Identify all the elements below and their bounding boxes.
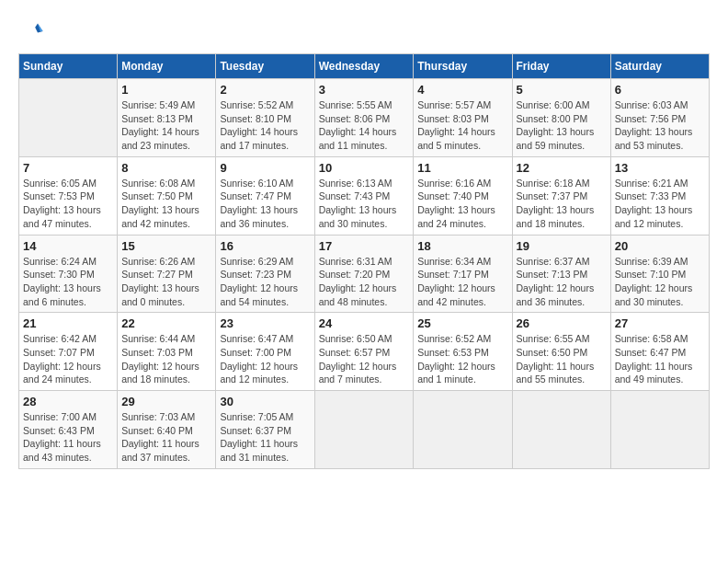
- day-number: 10: [319, 161, 410, 175]
- logo: [18, 18, 48, 44]
- day-number: 23: [220, 316, 310, 330]
- day-info: Sunrise: 5:57 AM Sunset: 8:03 PM Dayligh…: [417, 98, 507, 153]
- day-info: Sunrise: 6:31 AM Sunset: 7:20 PM Dayligh…: [319, 255, 410, 309]
- page-header: [18, 18, 710, 44]
- calendar-cell: 10Sunrise: 6:13 AM Sunset: 7:43 PM Dayli…: [314, 156, 414, 235]
- day-info: Sunrise: 6:47 AM Sunset: 7:00 PM Dayligh…: [220, 332, 310, 386]
- day-info: Sunrise: 5:55 AM Sunset: 8:06 PM Dayligh…: [319, 98, 410, 153]
- day-info: Sunrise: 6:16 AM Sunset: 7:40 PM Dayligh…: [417, 177, 507, 231]
- day-info: Sunrise: 6:34 AM Sunset: 7:17 PM Dayligh…: [417, 255, 507, 309]
- day-number: 30: [220, 395, 310, 408]
- day-number: 25: [417, 316, 507, 330]
- day-number: 18: [417, 239, 507, 253]
- calendar-cell: 13Sunrise: 6:21 AM Sunset: 7:33 PM Dayli…: [610, 156, 709, 235]
- day-info: Sunrise: 6:05 AM Sunset: 7:53 PM Dayligh…: [23, 177, 113, 231]
- calendar-cell: 28Sunrise: 7:00 AM Sunset: 6:43 PM Dayli…: [19, 391, 118, 469]
- calendar-week-row: 21Sunrise: 6:42 AM Sunset: 7:07 PM Dayli…: [19, 313, 710, 391]
- day-info: Sunrise: 6:26 AM Sunset: 7:27 PM Dayligh…: [121, 255, 211, 309]
- calendar-cell: 25Sunrise: 6:52 AM Sunset: 6:53 PM Dayli…: [414, 313, 512, 391]
- day-info: Sunrise: 6:58 AM Sunset: 6:47 PM Dayligh…: [615, 332, 705, 386]
- calendar-cell: 14Sunrise: 6:24 AM Sunset: 7:30 PM Dayli…: [19, 235, 118, 313]
- weekday-header-saturday: Saturday: [610, 54, 709, 79]
- calendar-cell: 15Sunrise: 6:26 AM Sunset: 7:27 PM Dayli…: [118, 235, 216, 313]
- calendar-cell: 11Sunrise: 6:16 AM Sunset: 7:40 PM Dayli…: [414, 156, 512, 235]
- day-info: Sunrise: 6:08 AM Sunset: 7:50 PM Dayligh…: [121, 177, 211, 231]
- calendar-cell: 4Sunrise: 5:57 AM Sunset: 8:03 PM Daylig…: [414, 79, 512, 157]
- calendar-cell: 22Sunrise: 6:44 AM Sunset: 7:03 PM Dayli…: [118, 313, 216, 391]
- day-number: 21: [23, 316, 113, 330]
- day-number: 3: [319, 83, 410, 97]
- weekday-header-tuesday: Tuesday: [216, 54, 314, 79]
- calendar-cell: 18Sunrise: 6:34 AM Sunset: 7:17 PM Dayli…: [414, 235, 512, 313]
- calendar-cell: 17Sunrise: 6:31 AM Sunset: 7:20 PM Dayli…: [314, 235, 414, 313]
- weekday-header-row: SundayMondayTuesdayWednesdayThursdayFrid…: [19, 54, 710, 79]
- calendar-cell: 19Sunrise: 6:37 AM Sunset: 7:13 PM Dayli…: [512, 235, 610, 313]
- day-number: 12: [517, 161, 607, 175]
- calendar-week-row: 14Sunrise: 6:24 AM Sunset: 7:30 PM Dayli…: [19, 235, 710, 313]
- calendar-cell: 20Sunrise: 6:39 AM Sunset: 7:10 PM Dayli…: [610, 235, 709, 313]
- calendar-cell: 6Sunrise: 6:03 AM Sunset: 7:56 PM Daylig…: [610, 79, 709, 157]
- day-info: Sunrise: 7:05 AM Sunset: 6:37 PM Dayligh…: [220, 410, 310, 465]
- calendar-cell: 16Sunrise: 6:29 AM Sunset: 7:23 PM Dayli…: [216, 235, 314, 313]
- day-info: Sunrise: 5:49 AM Sunset: 8:13 PM Dayligh…: [121, 98, 211, 153]
- logo-icon: [18, 18, 44, 44]
- day-number: 28: [23, 395, 113, 408]
- day-info: Sunrise: 6:29 AM Sunset: 7:23 PM Dayligh…: [220, 255, 310, 309]
- day-number: 19: [517, 239, 607, 253]
- calendar-cell: 12Sunrise: 6:18 AM Sunset: 7:37 PM Dayli…: [512, 156, 610, 235]
- calendar-cell: 27Sunrise: 6:58 AM Sunset: 6:47 PM Dayli…: [610, 313, 709, 391]
- day-info: Sunrise: 6:44 AM Sunset: 7:03 PM Dayligh…: [121, 332, 211, 386]
- day-number: 5: [517, 83, 607, 97]
- calendar-cell: [414, 391, 512, 469]
- calendar-cell: 1Sunrise: 5:49 AM Sunset: 8:13 PM Daylig…: [118, 79, 216, 157]
- day-number: 15: [121, 239, 211, 253]
- weekday-header-monday: Monday: [118, 54, 216, 79]
- day-info: Sunrise: 5:52 AM Sunset: 8:10 PM Dayligh…: [220, 98, 310, 153]
- day-info: Sunrise: 6:10 AM Sunset: 7:47 PM Dayligh…: [220, 177, 310, 231]
- day-number: 11: [417, 161, 507, 175]
- calendar-cell: 24Sunrise: 6:50 AM Sunset: 6:57 PM Dayli…: [314, 313, 414, 391]
- day-info: Sunrise: 6:42 AM Sunset: 7:07 PM Dayligh…: [23, 332, 113, 386]
- day-info: Sunrise: 6:37 AM Sunset: 7:13 PM Dayligh…: [517, 255, 607, 309]
- day-info: Sunrise: 7:03 AM Sunset: 6:40 PM Dayligh…: [121, 410, 211, 465]
- day-number: 14: [23, 239, 113, 253]
- calendar-cell: 21Sunrise: 6:42 AM Sunset: 7:07 PM Dayli…: [19, 313, 118, 391]
- day-number: 6: [615, 83, 705, 97]
- calendar-cell: 23Sunrise: 6:47 AM Sunset: 7:00 PM Dayli…: [216, 313, 314, 391]
- day-number: 4: [417, 83, 507, 97]
- day-number: 17: [319, 239, 410, 253]
- weekday-header-friday: Friday: [512, 54, 610, 79]
- calendar-week-row: 7Sunrise: 6:05 AM Sunset: 7:53 PM Daylig…: [19, 156, 710, 235]
- calendar-cell: [512, 391, 610, 469]
- day-info: Sunrise: 6:50 AM Sunset: 6:57 PM Dayligh…: [319, 332, 410, 386]
- day-number: 8: [121, 161, 211, 175]
- day-number: 16: [220, 239, 310, 253]
- day-number: 9: [220, 161, 310, 175]
- day-number: 27: [615, 316, 705, 330]
- day-info: Sunrise: 6:03 AM Sunset: 7:56 PM Dayligh…: [615, 98, 705, 153]
- weekday-header-sunday: Sunday: [19, 54, 118, 79]
- calendar-cell: 9Sunrise: 6:10 AM Sunset: 7:47 PM Daylig…: [216, 156, 314, 235]
- day-number: 26: [517, 316, 607, 330]
- calendar-cell: 26Sunrise: 6:55 AM Sunset: 6:50 PM Dayli…: [512, 313, 610, 391]
- calendar-table: SundayMondayTuesdayWednesdayThursdayFrid…: [18, 53, 710, 469]
- weekday-header-thursday: Thursday: [414, 54, 512, 79]
- calendar-cell: 7Sunrise: 6:05 AM Sunset: 7:53 PM Daylig…: [19, 156, 118, 235]
- calendar-cell: 2Sunrise: 5:52 AM Sunset: 8:10 PM Daylig…: [216, 79, 314, 157]
- day-info: Sunrise: 6:39 AM Sunset: 7:10 PM Dayligh…: [615, 255, 705, 309]
- day-info: Sunrise: 6:52 AM Sunset: 6:53 PM Dayligh…: [417, 332, 507, 386]
- day-number: 7: [23, 161, 113, 175]
- day-number: 20: [615, 239, 705, 253]
- calendar-cell: 30Sunrise: 7:05 AM Sunset: 6:37 PM Dayli…: [216, 391, 314, 469]
- day-info: Sunrise: 6:00 AM Sunset: 8:00 PM Dayligh…: [517, 98, 607, 153]
- day-number: 22: [121, 316, 211, 330]
- calendar-cell: [19, 79, 118, 157]
- weekday-header-wednesday: Wednesday: [314, 54, 414, 79]
- calendar-week-row: 28Sunrise: 7:00 AM Sunset: 6:43 PM Dayli…: [19, 391, 710, 469]
- day-info: Sunrise: 6:55 AM Sunset: 6:50 PM Dayligh…: [517, 332, 607, 386]
- day-info: Sunrise: 7:00 AM Sunset: 6:43 PM Dayligh…: [23, 410, 113, 465]
- day-info: Sunrise: 6:18 AM Sunset: 7:37 PM Dayligh…: [517, 177, 607, 231]
- day-number: 24: [319, 316, 410, 330]
- day-number: 29: [121, 395, 211, 408]
- day-number: 2: [220, 83, 310, 97]
